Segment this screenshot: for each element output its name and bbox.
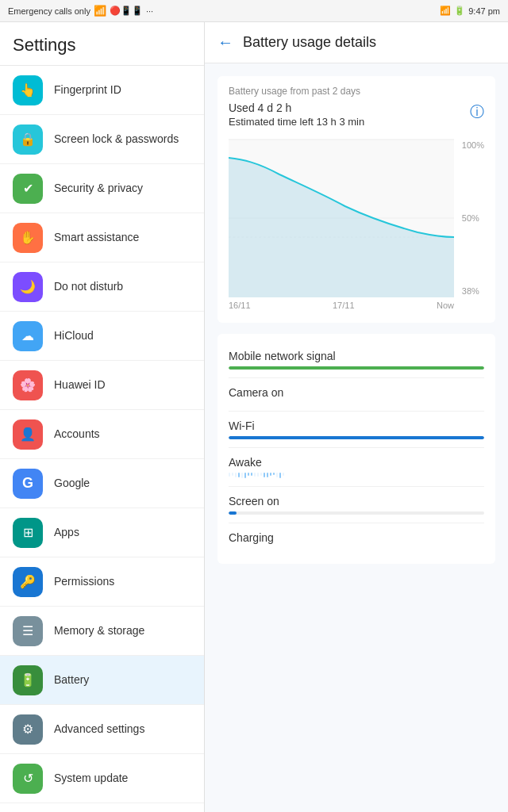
sidebar-item-label-fingerprint: Fingerprint ID	[54, 82, 121, 97]
sidebar-title: Settings	[0, 22, 204, 66]
sidebar-item-icon-battery: 🔋	[13, 665, 43, 695]
sidebar-item-label-advanced: Advanced settings	[54, 722, 144, 736]
awake-dot	[257, 473, 259, 477]
usage-item-awake: Awake	[229, 448, 484, 487]
awake-dot	[264, 473, 265, 477]
awake-dot	[283, 473, 284, 476]
time-display: 9:47 pm	[468, 6, 500, 16]
sidebar-item-icon-screenlock: 🔒	[13, 124, 43, 155]
status-bar-right: 📶 🔋 9:47 pm	[440, 6, 500, 16]
usage-label-charging: Charging	[229, 531, 484, 544]
right-panel-header: ← Battery usage details	[205, 22, 508, 63]
sidebar-item-donotdisturb[interactable]: 🌙Do not disturb	[0, 262, 204, 312]
sidebar-item-fingerprint[interactable]: 👆Fingerprint ID	[0, 66, 204, 115]
sidebar-item-abouttablet[interactable]: ℹAbout tablet	[0, 803, 204, 812]
awake-dot	[267, 473, 268, 477]
battery-estimated-label: Estimated time left 13 h 3 min	[229, 116, 484, 128]
chart-x-axis: 16/11 17/11 Now	[229, 301, 484, 310]
sidebar-item-label-smart: Smart assistance	[54, 230, 139, 244]
wifi-icon: 📶	[94, 5, 106, 17]
sidebar-item-label-hicloud: HiCloud	[54, 328, 94, 343]
sidebar-item-icon-accounts: 👤	[13, 419, 43, 450]
battery-chart-svg	[229, 139, 454, 297]
sidebar-item-icon-smart: ✋	[13, 223, 43, 253]
sidebar-item-systemupdate[interactable]: ↺System update	[0, 754, 204, 803]
chart-label-38: 38%	[462, 286, 484, 296]
signal-icons: 🔴📱📱	[110, 6, 143, 16]
sidebar-item-hicloud[interactable]: ☁HiCloud	[0, 312, 204, 361]
awake-dot	[260, 473, 262, 476]
sidebar-item-label-permissions: Permissions	[54, 574, 114, 588]
usage-bar-container-mobile	[229, 366, 484, 370]
sidebar-item-label-donotdisturb: Do not disturb	[54, 279, 123, 293]
info-icon[interactable]: ⓘ	[470, 102, 484, 121]
sidebar-item-memory[interactable]: ☰Memory & storage	[0, 607, 204, 656]
usage-item-screenon: Screen on	[229, 487, 484, 523]
right-panel: ← Battery usage details Battery usage fr…	[205, 22, 508, 812]
awake-dot	[235, 473, 237, 477]
sidebar-item-label-accounts: Accounts	[54, 427, 100, 441]
usage-dots-awake	[229, 473, 484, 478]
sidebar-item-label-systemupdate: System update	[54, 771, 128, 785]
awake-dot	[248, 473, 249, 476]
awake-dot	[254, 473, 256, 477]
chart-label-50: 50%	[462, 213, 484, 223]
sidebar-item-icon-systemupdate: ↺	[13, 764, 43, 794]
sidebar-item-battery[interactable]: 🔋Battery	[0, 656, 204, 705]
awake-dot	[279, 473, 281, 478]
awake-dot	[232, 473, 233, 476]
sidebar-item-icon-advanced: ⚙	[13, 714, 43, 745]
sidebar-item-huaweiid[interactable]: 🌸Huawei ID	[0, 361, 204, 410]
battery-summary: Battery usage from past 2 days Used 4 d …	[217, 76, 495, 323]
usage-bar-fill-screenon	[229, 511, 237, 515]
sidebar-item-apps[interactable]: ⊞Apps	[0, 508, 204, 557]
sidebar-item-icon-hicloud: ☁	[13, 321, 43, 351]
awake-dot	[244, 473, 246, 478]
sidebar-item-permissions[interactable]: 🔑Permissions	[0, 557, 204, 607]
sidebar-item-security[interactable]: ✔Security & privacy	[0, 164, 204, 213]
more-icon: ···	[146, 6, 153, 16]
usage-item-mobile: Mobile network signal	[229, 342, 484, 378]
sidebar-item-icon-google: G	[13, 469, 43, 499]
battery-chart: 100% 50% 38%	[229, 139, 484, 297]
sidebar-item-icon-apps: ⊞	[13, 518, 43, 548]
usage-item-camera: Camera on	[229, 378, 484, 412]
usage-label-wifi: Wi-Fi	[229, 419, 484, 432]
awake-dot	[238, 473, 240, 477]
sidebar-item-icon-fingerprint: 👆	[13, 75, 43, 105]
awake-dot	[270, 473, 271, 476]
usage-item-charging: Charging	[229, 523, 484, 556]
back-button[interactable]: ←	[217, 33, 233, 52]
main-container: Settings 👆Fingerprint ID🔒Screen lock & p…	[0, 22, 508, 812]
status-bar: Emergency calls only 📶 🔴📱📱 ··· 📶 🔋 9:47 …	[0, 0, 508, 22]
usage-label-awake: Awake	[229, 456, 484, 469]
usage-label-camera: Camera on	[229, 386, 484, 399]
sidebar: Settings 👆Fingerprint ID🔒Screen lock & p…	[0, 22, 205, 812]
x-label-mid: 17/11	[333, 301, 355, 310]
sidebar-item-label-battery: Battery	[54, 672, 89, 687]
sidebar-item-google[interactable]: GGoogle	[0, 459, 204, 508]
sidebar-item-icon-huaweiid: 🌸	[13, 370, 43, 400]
battery-from-label: Battery usage from past 2 days	[229, 86, 484, 97]
chart-labels-right: 100% 50% 38%	[462, 139, 484, 297]
battery-icon: 🔋	[454, 6, 465, 16]
usage-section: Mobile network signalCamera onWi-FiAwake…	[217, 334, 495, 564]
right-panel-title: Battery usage details	[243, 34, 376, 51]
status-bar-left: Emergency calls only 📶 🔴📱📱 ···	[8, 5, 153, 17]
sidebar-item-label-screenlock: Screen lock & passwords	[54, 132, 179, 146]
battery-used-label: Used 4 d 2 h	[229, 102, 484, 114]
sidebar-item-advanced[interactable]: ⚙Advanced settings	[0, 705, 204, 754]
x-label-start: 16/11	[229, 301, 251, 310]
sidebar-item-smart[interactable]: ✋Smart assistance	[0, 213, 204, 262]
sidebar-item-label-google: Google	[54, 476, 90, 490]
usage-label-screenon: Screen on	[229, 495, 484, 508]
sidebar-item-accounts[interactable]: 👤Accounts	[0, 410, 204, 459]
awake-dot	[273, 473, 275, 475]
sidebar-items-container: 👆Fingerprint ID🔒Screen lock & passwords✔…	[0, 66, 204, 812]
awake-dot	[276, 473, 278, 477]
sidebar-item-screenlock[interactable]: 🔒Screen lock & passwords	[0, 115, 204, 164]
sidebar-item-label-security: Security & privacy	[54, 181, 143, 195]
sidebar-item-icon-memory: ☰	[13, 616, 43, 646]
sidebar-item-label-memory: Memory & storage	[54, 623, 144, 638]
emergency-calls-text: Emergency calls only	[8, 6, 90, 16]
